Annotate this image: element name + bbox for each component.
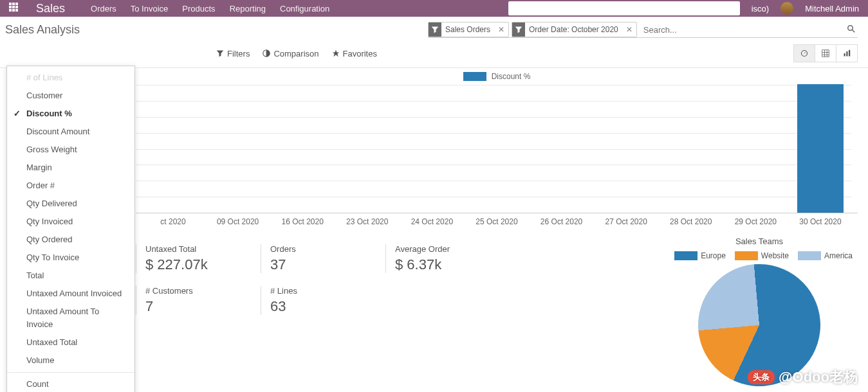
sales-teams-panel: Sales Teams Europe Website America xyxy=(666,236,853,386)
svg-point-0 xyxy=(848,26,853,31)
search-bar[interactable]: Sales Orders ✕ Order Date: October 2020 … xyxy=(428,22,858,38)
kpi-customers: # Customers 7 xyxy=(136,286,261,315)
kpi-orders: Orders 37 xyxy=(261,244,385,273)
user-name[interactable]: Mitchell Admin xyxy=(805,4,859,13)
measures-menu: # of LinesCustomerDiscount %Discount Amo… xyxy=(6,66,135,392)
search-icon[interactable] xyxy=(845,24,858,35)
kpi-lines: # Lines 63 xyxy=(261,286,385,315)
graph-view-button[interactable] xyxy=(836,44,858,62)
teams-legend: Europe Website America xyxy=(666,251,853,260)
page-title: Sales Analysis xyxy=(5,23,80,37)
dashboard-view-button[interactable] xyxy=(793,44,815,62)
close-icon[interactable]: ✕ xyxy=(622,25,636,34)
measure-count[interactable]: Count xyxy=(7,375,134,392)
legend-america[interactable]: America xyxy=(798,251,853,260)
facet-label: Sales Orders xyxy=(441,25,494,34)
filters-button[interactable]: Filters xyxy=(216,49,250,58)
measure-item[interactable]: Total xyxy=(7,267,134,285)
favorites-button[interactable]: Favorites xyxy=(332,49,377,58)
svg-rect-11 xyxy=(849,50,850,57)
x-tick-label: 27 Oct 2020 xyxy=(594,217,658,226)
nav-to-invoice[interactable]: To Invoice xyxy=(131,4,169,13)
filter-icon xyxy=(512,22,525,37)
view-switcher xyxy=(794,44,858,62)
company-label[interactable]: isco) xyxy=(752,4,769,13)
filter-buttons: Filters Comparison Favorites xyxy=(216,49,377,58)
x-tick-label: 25 Oct 2020 xyxy=(465,217,529,226)
kpi-untaxed-total: Untaxed Total $ 227.07k xyxy=(136,244,261,273)
legend-europe[interactable]: Europe xyxy=(674,251,726,260)
nav-configuration[interactable]: Configuration xyxy=(280,4,329,13)
svg-rect-9 xyxy=(844,53,845,57)
teams-title: Sales Teams xyxy=(666,236,853,246)
nav-orders[interactable]: Orders xyxy=(91,4,116,13)
facet-label: Order Date: October 2020 xyxy=(525,25,622,34)
app-brand[interactable]: Sales xyxy=(36,2,65,15)
measure-item[interactable]: Qty To Invoice xyxy=(7,249,134,267)
filter-icon xyxy=(429,22,441,37)
close-icon[interactable]: ✕ xyxy=(494,25,508,34)
x-tick-label: 26 Oct 2020 xyxy=(530,217,594,226)
measure-item[interactable]: Gross Weight xyxy=(7,141,134,159)
measure-item[interactable]: Customer xyxy=(7,87,134,105)
measure-item[interactable]: Untaxed Total xyxy=(7,334,134,352)
measure-item[interactable]: Order # xyxy=(7,177,134,195)
x-tick-label: 16 Oct 2020 xyxy=(270,217,335,226)
control-panel: Sales Analysis Sales Orders ✕ Order Date… xyxy=(0,17,868,68)
facet-order-date[interactable]: Order Date: October 2020 ✕ xyxy=(512,22,637,37)
measure-item[interactable]: Discount Amount xyxy=(7,123,134,141)
x-tick-label: 23 Oct 2020 xyxy=(335,217,400,226)
avatar[interactable] xyxy=(780,2,793,15)
measure-item[interactable]: Qty Invoiced xyxy=(7,213,134,231)
x-tick-label: 24 Oct 2020 xyxy=(400,217,464,226)
x-tick-label: 09 Oct 2020 xyxy=(206,217,270,226)
bar[interactable] xyxy=(797,84,844,213)
measure-item[interactable]: Untaxed Amount Invoiced xyxy=(7,285,134,303)
kpi-avg-order: Average Order $ 6.37k xyxy=(385,244,510,273)
measure-item[interactable]: Qty Ordered xyxy=(7,231,134,249)
measure-item[interactable]: Discount % xyxy=(7,105,134,123)
legend-website[interactable]: Website xyxy=(735,251,789,260)
measure-item[interactable]: Qty Delivered xyxy=(7,195,134,213)
nav-menu: Orders To Invoice Products Reporting Con… xyxy=(91,4,329,13)
chart-grid[interactable] xyxy=(136,85,858,213)
search-input[interactable] xyxy=(640,22,845,37)
x-tick-label: ct 2020 xyxy=(141,217,205,226)
x-tick-label: 30 Oct 2020 xyxy=(788,217,853,226)
top-nav: Sales Orders To Invoice Products Reporti… xyxy=(0,0,868,17)
x-axis-labels: ct 202009 Oct 202016 Oct 202023 Oct 2020… xyxy=(136,213,858,226)
legend-label: Discount % xyxy=(492,72,531,81)
facet-sales-orders[interactable]: Sales Orders ✕ xyxy=(428,22,509,37)
apps-icon[interactable] xyxy=(9,3,21,14)
x-tick-label: 28 Oct 2020 xyxy=(659,217,723,226)
svg-rect-4 xyxy=(822,50,829,57)
x-tick-label: 29 Oct 2020 xyxy=(723,217,788,226)
watermark: 头条 @Odoo老杨 xyxy=(748,368,858,387)
measure-item[interactable]: Untaxed Amount To Invoice xyxy=(7,303,134,334)
systray-box[interactable] xyxy=(508,1,740,15)
svg-rect-10 xyxy=(846,51,847,57)
measure-item[interactable]: Volume xyxy=(7,352,134,370)
measure-item[interactable]: Margin xyxy=(7,159,134,177)
nav-reporting[interactable]: Reporting xyxy=(230,4,266,13)
chart-area: Discount % ct 202009 Oct 202016 Oct 2020… xyxy=(136,68,858,226)
chart-legend: Discount % xyxy=(136,68,858,85)
pivot-view-button[interactable] xyxy=(815,44,836,62)
measure-item[interactable]: # of Lines xyxy=(7,69,134,87)
comparison-button[interactable]: Comparison xyxy=(263,49,319,58)
svg-line-1 xyxy=(853,30,855,33)
legend-swatch xyxy=(463,72,486,81)
nav-products[interactable]: Products xyxy=(182,4,215,13)
